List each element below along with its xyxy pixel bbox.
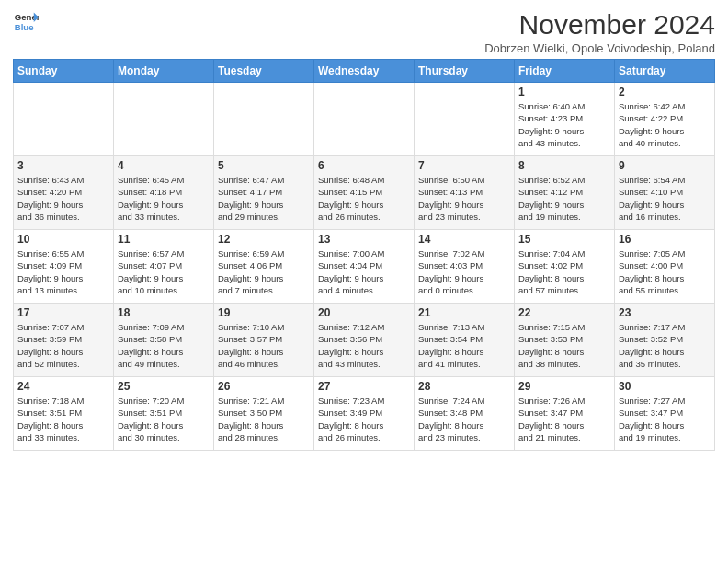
day-info: Sunrise: 6:45 AMSunset: 4:18 PMDaylight:… <box>118 174 210 223</box>
day-info: Sunrise: 6:54 AMSunset: 4:10 PMDaylight:… <box>619 174 711 223</box>
day-number: 26 <box>218 380 310 393</box>
logo-icon: General Blue <box>13 9 39 35</box>
table-row: 14Sunrise: 7:02 AMSunset: 4:03 PMDayligh… <box>415 230 515 304</box>
table-row: 13Sunrise: 7:00 AMSunset: 4:04 PMDayligh… <box>314 230 415 304</box>
day-info: Sunrise: 7:10 AMSunset: 3:57 PMDaylight:… <box>218 321 310 370</box>
table-row: 12Sunrise: 6:59 AMSunset: 4:06 PMDayligh… <box>214 230 314 304</box>
day-info: Sunrise: 6:40 AMSunset: 4:23 PMDaylight:… <box>518 100 610 149</box>
calendar-header-row: Sunday Monday Tuesday Wednesday Thursday… <box>14 60 715 83</box>
col-monday: Monday <box>114 60 214 83</box>
logo: General Blue <box>13 9 39 35</box>
day-info: Sunrise: 7:09 AMSunset: 3:58 PMDaylight:… <box>118 321 210 370</box>
table-row: 15Sunrise: 7:04 AMSunset: 4:02 PMDayligh… <box>515 230 615 304</box>
table-row: 25Sunrise: 7:20 AMSunset: 3:51 PMDayligh… <box>114 377 214 451</box>
day-info: Sunrise: 7:24 AMSunset: 3:48 PMDaylight:… <box>418 395 510 443</box>
col-thursday: Thursday <box>415 60 515 83</box>
page: General Blue November 2024 Dobrzen Wielk… <box>0 0 728 460</box>
day-info: Sunrise: 6:55 AMSunset: 4:09 PMDaylight:… <box>17 247 109 296</box>
day-info: Sunrise: 7:20 AMSunset: 3:51 PMDaylight:… <box>118 395 210 443</box>
day-number: 4 <box>118 159 210 172</box>
svg-text:Blue: Blue <box>15 22 34 32</box>
table-row: 21Sunrise: 7:13 AMSunset: 3:54 PMDayligh… <box>415 304 515 377</box>
table-row: 23Sunrise: 7:17 AMSunset: 3:52 PMDayligh… <box>615 304 715 377</box>
day-number: 27 <box>318 380 410 393</box>
col-friday: Friday <box>515 60 615 83</box>
table-row: 26Sunrise: 7:21 AMSunset: 3:50 PMDayligh… <box>214 377 314 451</box>
day-number: 15 <box>518 233 610 246</box>
day-info: Sunrise: 7:12 AMSunset: 3:56 PMDaylight:… <box>318 321 410 370</box>
header: General Blue November 2024 Dobrzen Wielk… <box>13 9 715 55</box>
table-row: 28Sunrise: 7:24 AMSunset: 3:48 PMDayligh… <box>415 377 515 451</box>
day-info: Sunrise: 6:59 AMSunset: 4:06 PMDaylight:… <box>218 247 310 296</box>
col-sunday: Sunday <box>14 60 114 83</box>
day-info: Sunrise: 7:27 AMSunset: 3:47 PMDaylight:… <box>619 395 711 443</box>
subtitle: Dobrzen Wielki, Opole Voivodeship, Polan… <box>484 41 715 55</box>
day-info: Sunrise: 7:15 AMSunset: 3:53 PMDaylight:… <box>518 321 610 370</box>
calendar-week-4: 17Sunrise: 7:07 AMSunset: 3:59 PMDayligh… <box>14 304 715 377</box>
calendar-week-3: 10Sunrise: 6:55 AMSunset: 4:09 PMDayligh… <box>14 230 715 304</box>
calendar-week-5: 24Sunrise: 7:18 AMSunset: 3:51 PMDayligh… <box>14 377 715 451</box>
title-block: November 2024 Dobrzen Wielki, Opole Voiv… <box>484 9 715 55</box>
table-row: 22Sunrise: 7:15 AMSunset: 3:53 PMDayligh… <box>515 304 615 377</box>
table-row <box>114 83 214 156</box>
col-saturday: Saturday <box>615 60 715 83</box>
day-info: Sunrise: 7:17 AMSunset: 3:52 PMDaylight:… <box>619 321 711 370</box>
day-info: Sunrise: 7:07 AMSunset: 3:59 PMDaylight:… <box>17 321 109 370</box>
day-number: 2 <box>619 86 711 98</box>
day-number: 29 <box>518 380 610 393</box>
calendar-week-2: 3Sunrise: 6:43 AMSunset: 4:20 PMDaylight… <box>14 156 715 230</box>
table-row: 4Sunrise: 6:45 AMSunset: 4:18 PMDaylight… <box>114 156 214 230</box>
table-row: 29Sunrise: 7:26 AMSunset: 3:47 PMDayligh… <box>515 377 615 451</box>
table-row: 16Sunrise: 7:05 AMSunset: 4:00 PMDayligh… <box>615 230 715 304</box>
col-tuesday: Tuesday <box>214 60 314 83</box>
table-row: 20Sunrise: 7:12 AMSunset: 3:56 PMDayligh… <box>314 304 415 377</box>
day-number: 21 <box>418 306 510 319</box>
day-number: 23 <box>619 306 711 319</box>
day-number: 24 <box>17 380 109 393</box>
table-row: 30Sunrise: 7:27 AMSunset: 3:47 PMDayligh… <box>615 377 715 451</box>
day-number: 13 <box>318 233 410 246</box>
day-info: Sunrise: 6:47 AMSunset: 4:17 PMDaylight:… <box>218 174 310 223</box>
day-info: Sunrise: 7:13 AMSunset: 3:54 PMDaylight:… <box>418 321 510 370</box>
day-number: 17 <box>17 306 109 319</box>
day-info: Sunrise: 6:57 AMSunset: 4:07 PMDaylight:… <box>118 247 210 296</box>
table-row: 9Sunrise: 6:54 AMSunset: 4:10 PMDaylight… <box>615 156 715 230</box>
day-number: 12 <box>218 233 310 246</box>
day-info: Sunrise: 6:48 AMSunset: 4:15 PMDaylight:… <box>318 174 410 223</box>
table-row: 18Sunrise: 7:09 AMSunset: 3:58 PMDayligh… <box>114 304 214 377</box>
table-row: 8Sunrise: 6:52 AMSunset: 4:12 PMDaylight… <box>515 156 615 230</box>
table-row: 3Sunrise: 6:43 AMSunset: 4:20 PMDaylight… <box>14 156 114 230</box>
day-number: 6 <box>318 159 410 172</box>
table-row: 7Sunrise: 6:50 AMSunset: 4:13 PMDaylight… <box>415 156 515 230</box>
day-number: 11 <box>118 233 210 246</box>
day-number: 18 <box>118 306 210 319</box>
day-info: Sunrise: 7:05 AMSunset: 4:00 PMDaylight:… <box>619 247 711 296</box>
day-number: 19 <box>218 306 310 319</box>
day-info: Sunrise: 6:43 AMSunset: 4:20 PMDaylight:… <box>17 174 109 223</box>
day-number: 16 <box>619 233 711 246</box>
table-row: 19Sunrise: 7:10 AMSunset: 3:57 PMDayligh… <box>214 304 314 377</box>
day-number: 14 <box>418 233 510 246</box>
table-row: 2Sunrise: 6:42 AMSunset: 4:22 PMDaylight… <box>615 83 715 156</box>
day-number: 30 <box>619 380 711 393</box>
day-info: Sunrise: 6:42 AMSunset: 4:22 PMDaylight:… <box>619 100 711 149</box>
day-number: 1 <box>518 86 610 98</box>
day-number: 8 <box>518 159 610 172</box>
table-row: 24Sunrise: 7:18 AMSunset: 3:51 PMDayligh… <box>14 377 114 451</box>
day-info: Sunrise: 7:02 AMSunset: 4:03 PMDaylight:… <box>418 247 510 296</box>
table-row: 17Sunrise: 7:07 AMSunset: 3:59 PMDayligh… <box>14 304 114 377</box>
day-number: 9 <box>619 159 711 172</box>
calendar-week-1: 1Sunrise: 6:40 AMSunset: 4:23 PMDaylight… <box>14 83 715 156</box>
day-number: 25 <box>118 380 210 393</box>
day-number: 3 <box>17 159 109 172</box>
day-info: Sunrise: 6:52 AMSunset: 4:12 PMDaylight:… <box>518 174 610 223</box>
table-row: 6Sunrise: 6:48 AMSunset: 4:15 PMDaylight… <box>314 156 415 230</box>
table-row: 11Sunrise: 6:57 AMSunset: 4:07 PMDayligh… <box>114 230 214 304</box>
month-title: November 2024 <box>484 9 715 40</box>
table-row: 5Sunrise: 6:47 AMSunset: 4:17 PMDaylight… <box>214 156 314 230</box>
day-info: Sunrise: 7:04 AMSunset: 4:02 PMDaylight:… <box>518 247 610 296</box>
day-number: 20 <box>318 306 410 319</box>
day-number: 28 <box>418 380 510 393</box>
day-info: Sunrise: 6:50 AMSunset: 4:13 PMDaylight:… <box>418 174 510 223</box>
day-info: Sunrise: 7:23 AMSunset: 3:49 PMDaylight:… <box>318 395 410 443</box>
